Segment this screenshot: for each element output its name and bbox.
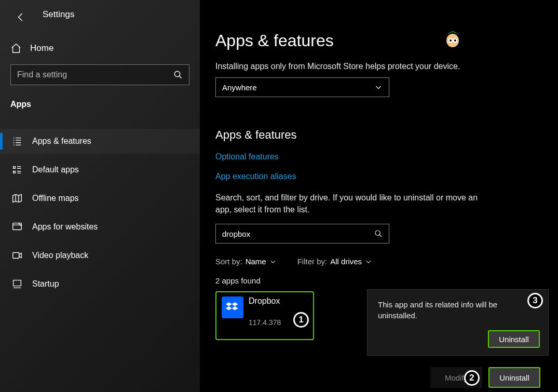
home-link[interactable]: Home [10, 39, 53, 57]
apps-search[interactable] [215, 224, 389, 244]
website-icon [11, 221, 23, 233]
nav-item-label: Apps & features [32, 137, 91, 146]
sort-by-label: Sort by: [215, 257, 242, 266]
popup-message: This app and its related info will be un… [378, 299, 513, 321]
search-icon [374, 229, 383, 238]
section-heading: Apps & features [215, 128, 537, 142]
install-source-dropdown[interactable]: Anywhere [215, 77, 389, 97]
nav-video-playback[interactable]: Video playback [0, 243, 200, 268]
nav-item-label: Video playback [32, 251, 88, 260]
map-icon [11, 193, 23, 204]
nav-default-apps[interactable]: Default apps [0, 157, 200, 182]
annotation-2: 2 [464, 370, 480, 386]
settings-sidebar: Settings Home Apps Apps & features Defau… [0, 0, 200, 392]
dropbox-icon [222, 296, 243, 318]
filter-by-label: Filter by: [297, 257, 328, 266]
link-optional-features[interactable]: Optional features [215, 152, 537, 161]
sidebar-section-label: Apps [10, 100, 31, 109]
nav-item-label: Startup [32, 279, 59, 289]
filter-by-value: All drives [330, 257, 362, 266]
defaults-icon [11, 164, 23, 175]
page-title: Apps & features [215, 31, 537, 50]
sort-filter-row: Sort by: Name Filter by: All drives [215, 257, 537, 266]
nav-offline-maps[interactable]: Offline maps [0, 186, 200, 211]
window-title: Settings [43, 9, 74, 20]
install-note: Installing apps only from Microsoft Stor… [215, 62, 537, 71]
dropdown-selected: Anywhere [222, 83, 257, 92]
svg-point-3 [375, 231, 380, 235]
nav-apps-for-websites[interactable]: Apps for websites [0, 214, 200, 239]
sort-by-value: Name [246, 257, 266, 266]
search-icon [173, 70, 183, 79]
uninstall-confirm-popup: This app and its related info will be un… [367, 289, 549, 356]
uninstall-button[interactable]: Uninstall [488, 367, 540, 388]
svg-point-0 [174, 71, 180, 77]
filter-by-dropdown[interactable]: Filter by: All drives [297, 257, 372, 266]
link-app-exec-aliases[interactable]: App execution aliases [215, 172, 537, 181]
app-list-item-dropbox[interactable]: Dropbox 117.4.378 1 [215, 291, 314, 340]
list-icon [11, 136, 23, 147]
chevron-down-icon [365, 258, 372, 265]
nav-startup[interactable]: Startup [0, 272, 200, 296]
app-version: 117.4.378 [249, 318, 281, 327]
back-button[interactable] [15, 10, 28, 24]
svg-rect-1 [13, 223, 22, 230]
annotation-3: 3 [527, 293, 543, 308]
nav-item-label: Offline maps [32, 194, 79, 203]
chevron-down-icon [269, 258, 277, 265]
app-name: Dropbox [249, 296, 281, 306]
nav-apps-and-features[interactable]: Apps & features [0, 129, 200, 154]
home-icon [10, 43, 22, 54]
apps-search-input[interactable] [222, 229, 374, 238]
apps-help-text: Search, sort, and filter by drive. If yo… [215, 192, 496, 215]
annotation-1: 1 [293, 312, 309, 328]
sort-by-dropdown[interactable]: Sort by: Name [215, 257, 277, 266]
uninstall-actions: This app and its related info will be un… [367, 289, 549, 388]
chevron-down-icon [374, 83, 383, 91]
startup-icon [11, 278, 23, 290]
svg-rect-2 [13, 253, 19, 259]
nav-item-label: Apps for websites [32, 222, 98, 232]
nav-item-label: Default apps [32, 165, 79, 174]
settings-search[interactable] [10, 64, 189, 85]
settings-search-input[interactable] [17, 70, 173, 79]
back-arrow-icon [16, 11, 27, 23]
home-label: Home [30, 43, 53, 53]
apps-found-count: 2 apps found [215, 276, 537, 285]
popup-uninstall-button[interactable]: Uninstall [488, 330, 540, 348]
sidebar-nav: Apps & features Default apps Offline map… [0, 129, 200, 296]
video-icon [11, 250, 23, 261]
